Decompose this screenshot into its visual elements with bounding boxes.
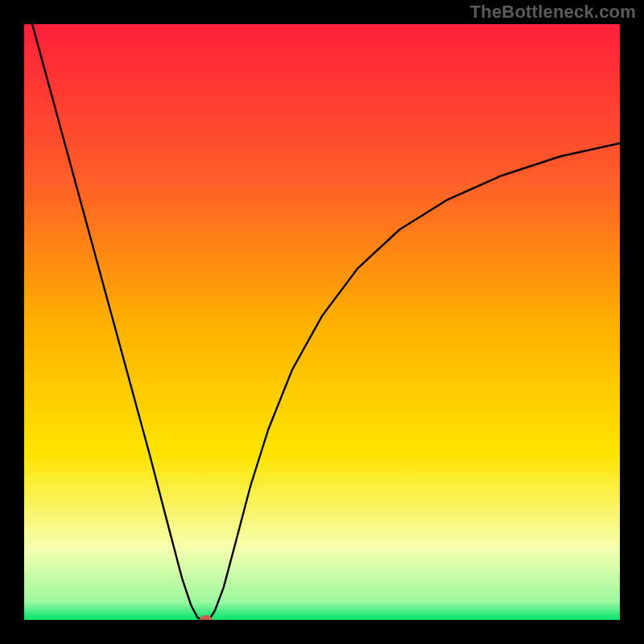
watermark-text: TheBottleneck.com: [470, 2, 636, 23]
chart-svg: [24, 24, 620, 620]
chart-plot-area: [24, 24, 620, 620]
chart-frame: TheBottleneck.com: [0, 0, 644, 644]
